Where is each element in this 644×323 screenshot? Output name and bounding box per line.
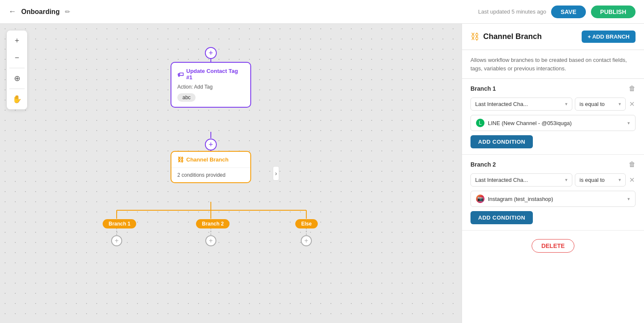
panel-description: Allows workflow branches to be created b… (462, 50, 644, 79)
zoom-out-button[interactable]: − (9, 50, 25, 65)
toolbar-divider-2 (9, 89, 25, 89)
branch-2-operator-select[interactable]: is equal to ▾ (575, 173, 626, 187)
delete-channel-branch-button[interactable]: DELETE (532, 239, 574, 253)
branch-2-operator-value: is equal to (580, 177, 605, 183)
else-badge[interactable]: Else (295, 219, 318, 228)
branch-1-section: Branch 1 🗑 Last Interacted Cha... ▾ is e… (462, 79, 644, 155)
crosshair-icon: ⊕ (14, 74, 20, 83)
chevron-down-icon: ▾ (565, 101, 568, 107)
publish-button[interactable]: PUBLISH (591, 6, 636, 18)
branch-2-delete-button[interactable]: 🗑 (629, 161, 636, 168)
branch-2-condition-remove-button[interactable]: ✕ (628, 175, 636, 185)
edit-icon[interactable]: ✏ (65, 8, 70, 16)
branch-1-field-value: Last Interacted Cha... (475, 101, 528, 107)
channel-branch-node-title: Channel Branch (186, 156, 229, 163)
right-panel: ⛓ Channel Branch + ADD BRANCH Allows wor… (462, 24, 644, 323)
branch-2-add-condition-button[interactable]: ADD CONDITION (470, 211, 533, 224)
tag-icon: 🏷 (177, 71, 184, 78)
branch-2-badge[interactable]: Branch 2 (196, 219, 230, 228)
branch-2-add-button[interactable]: + (205, 235, 216, 246)
add-branch-button[interactable]: + ADD BRANCH (582, 31, 636, 43)
zoom-in-icon: + (15, 36, 20, 45)
instagram-icon: 📷 (476, 195, 484, 203)
update-tag-node[interactable]: 🏷 Update Contact Tag #1 Action: Add Tag … (171, 62, 251, 108)
branch-2-field-select[interactable]: Last Interacted Cha... ▾ (470, 173, 572, 187)
plus-icon-3: + (115, 237, 118, 245)
branch-2-header: Branch 2 🗑 (470, 161, 636, 168)
branch-2-section-label: Branch 2 (470, 161, 496, 168)
branch-1-operator-value: is equal to (580, 101, 605, 107)
chevron-down-icon-4: ▾ (565, 177, 568, 183)
chevron-down-icon-5: ▾ (619, 177, 621, 183)
update-tag-action-label: Action: Add Tag (177, 84, 244, 90)
branch-1-add-button[interactable]: + (111, 235, 122, 246)
branch-1-operator-select[interactable]: is equal to ▾ (575, 97, 626, 111)
chevron-down-icon-3: ▾ (627, 120, 630, 126)
back-button[interactable]: ← (8, 7, 16, 16)
left-toolbar: + − ⊕ ✋ (7, 31, 27, 109)
channel-branch-panel-icon: ⛓ (470, 32, 479, 42)
plus-icon-5: + (304, 237, 308, 245)
plus-icon-2: + (209, 140, 213, 149)
top-add-node-button[interactable]: + (205, 47, 217, 59)
update-tag-node-header: 🏷 Update Contact Tag #1 (177, 68, 244, 81)
branch-2-label: Branch 2 (202, 221, 224, 227)
middle-add-node-button[interactable]: + (205, 139, 217, 150)
branch-1-field-select[interactable]: Last Interacted Cha... ▾ (470, 97, 572, 111)
topbar-left: ← Onboarding ✏ (8, 7, 70, 16)
chevron-down-icon-2: ▾ (619, 101, 621, 107)
else-label: Else (301, 221, 312, 227)
chevron-down-icon-6: ▾ (627, 196, 630, 202)
line-icon: L (476, 119, 484, 127)
branch-2-field-value: Last Interacted Cha... (475, 177, 528, 183)
pan-button[interactable]: ✋ (9, 92, 25, 107)
channel-branch-conditions: 2 conditions provided (171, 168, 250, 182)
branch-2-condition-row: Last Interacted Cha... ▾ is equal to ▾ ✕ (470, 173, 636, 187)
topbar: ← Onboarding ✏ Last updated 5 minutes ag… (0, 0, 644, 24)
branch-1-delete-button[interactable]: 🗑 (629, 85, 636, 92)
back-icon: ← (8, 7, 16, 16)
collapse-panel-button[interactable]: › (273, 166, 279, 181)
branch-1-channel-value: LINE (New Channel - @053iquga) (488, 120, 571, 126)
channel-branch-node[interactable]: ⛓ Channel Branch 2 conditions provided (171, 151, 251, 183)
else-add-button[interactable]: + (301, 235, 312, 246)
channel-branch-node-header: ⛓ Channel Branch (171, 152, 250, 168)
update-tag-node-title: Update Contact Tag #1 (186, 68, 244, 81)
branch-1-header: Branch 1 🗑 (470, 85, 636, 92)
panel-header-left: ⛓ Channel Branch (470, 32, 542, 42)
branch-1-condition-row: Last Interacted Cha... ▾ is equal to ▾ ✕ (470, 97, 636, 111)
branch-2-channel-value: Instagram (test_instashop) (488, 196, 553, 202)
last-updated-text: Last updated 5 minutes ago (478, 8, 546, 15)
branch-1-add-condition-button[interactable]: ADD CONDITION (470, 135, 533, 148)
workflow-canvas: + − ⊕ ✋ › (0, 24, 462, 323)
branch-1-badge[interactable]: Branch 1 (103, 219, 136, 228)
branch-1-section-label: Branch 1 (470, 85, 496, 92)
zoom-out-icon: − (15, 53, 20, 62)
panel-title: Channel Branch (483, 32, 542, 41)
branch-icon: ⛓ (177, 156, 184, 163)
branch-1-channel-select[interactable]: L LINE (New Channel - @053iquga) ▾ (470, 115, 636, 131)
chevron-right-icon: › (275, 170, 277, 177)
branch-2-section: Branch 2 🗑 Last Interacted Cha... ▾ is e… (462, 155, 644, 231)
abc-badge: abc (177, 93, 196, 102)
panel-header: ⛓ Channel Branch + ADD BRANCH (462, 24, 644, 50)
main-layout: + − ⊕ ✋ › (0, 24, 644, 323)
fit-view-button[interactable]: ⊕ (9, 71, 25, 86)
topbar-right: Last updated 5 minutes ago SAVE PUBLISH (478, 6, 636, 18)
plus-icon: + (209, 49, 213, 58)
plus-icon-4: + (209, 237, 213, 245)
toolbar-divider (9, 68, 25, 68)
zoom-in-button[interactable]: + (9, 33, 25, 48)
app-title: Onboarding (21, 8, 60, 16)
save-button[interactable]: SAVE (551, 6, 585, 18)
hand-icon: ✋ (12, 95, 22, 104)
branch-2-channel-select[interactable]: 📷 Instagram (test_instashop) ▾ (470, 191, 636, 207)
branch-1-label: Branch 1 (109, 221, 130, 227)
branch-1-condition-remove-button[interactable]: ✕ (628, 99, 636, 109)
